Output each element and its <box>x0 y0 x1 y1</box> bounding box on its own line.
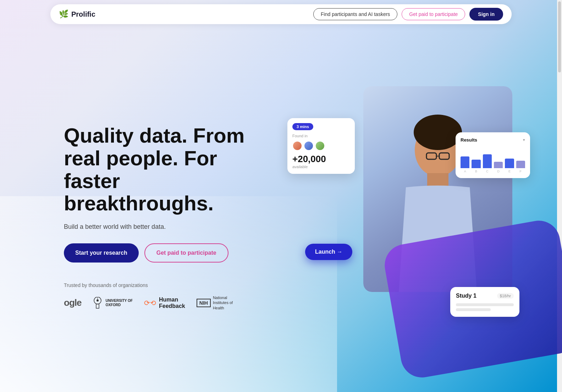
google-logo-text: ogle <box>64 297 81 308</box>
found-in-text: Found in <box>292 134 350 138</box>
hero-content: Quality data. From real people. For fast… <box>0 0 562 392</box>
study-line-2 <box>456 308 491 311</box>
trusted-section: Trusted by thousands of organizations og… <box>64 282 248 310</box>
get-paid-hero-button[interactable]: Get paid to participate <box>144 243 228 263</box>
svg-point-5 <box>414 115 462 150</box>
chart-labels: A B C D E F <box>461 170 525 173</box>
logo-icon: 🌿 <box>59 10 68 19</box>
study-card: Study 1 $18/hr <box>450 287 519 317</box>
launch-button[interactable]: Launch → <box>305 244 352 260</box>
chart-label-b: B <box>472 170 480 173</box>
hero-headline: Quality data. From real people. For fast… <box>64 124 248 215</box>
results-dropdown[interactable]: ▾ <box>523 138 525 142</box>
human-feedback-logo: ⟳⟲ Human Feedback <box>144 297 185 309</box>
trusted-text: Trusted by thousands of organizations <box>64 282 248 288</box>
results-card: Results ▾ A B C D E F <box>456 132 530 178</box>
study-line-1 <box>456 303 514 306</box>
human-feedback-icon: ⟳⟲ <box>144 299 156 307</box>
nav-actions: Find participants and AI taskers Get pai… <box>313 8 503 21</box>
start-research-button[interactable]: Start your research <box>64 243 139 263</box>
google-logo: ogle <box>64 297 81 308</box>
avatars-row <box>292 141 350 151</box>
svg-rect-6 <box>427 173 448 187</box>
svg-rect-1 <box>96 304 99 308</box>
chart-bar-e <box>505 159 514 168</box>
time-pill: 3 mins <box>292 123 313 130</box>
chart-label-c: C <box>483 170 492 173</box>
chart-label-a: A <box>461 170 469 173</box>
navbar: 🌿 Prolific Find participants and AI task… <box>50 4 512 24</box>
trusted-logos: ogle UNIVERSITY OF OXFORD <box>64 295 248 310</box>
human-feedback-prefix: Human <box>159 297 185 303</box>
chart-bar-d <box>494 162 503 168</box>
hero-subtext: Build a better world with better data. <box>64 223 248 231</box>
avatar-2 <box>304 141 314 151</box>
hero-right: 3 mins Found in +20,000 available Result… <box>277 97 541 338</box>
oxford-text: UNIVERSITY OF OXFORD <box>105 299 133 307</box>
oxford-crest-icon <box>93 297 103 309</box>
study-lines <box>456 303 514 311</box>
avatar-1 <box>292 141 302 151</box>
study-price: $18/hr <box>497 293 514 299</box>
hero-left: Quality data. From real people. For fast… <box>64 124 248 310</box>
chart-label-f: F <box>516 170 525 173</box>
results-title: Results <box>461 137 477 143</box>
launch-text: Launch → <box>315 249 342 255</box>
participants-card: 3 mins Found in +20,000 available <box>287 118 355 174</box>
get-paid-nav-button[interactable]: Get paid to participate <box>402 8 465 20</box>
nih-full-name: National Institutes of Health <box>213 295 241 310</box>
chart-bar-c <box>483 154 492 168</box>
participants-count: +20,000 <box>292 154 350 165</box>
participants-label: available <box>292 165 350 169</box>
oxford-logo: UNIVERSITY OF OXFORD <box>93 297 133 309</box>
oxford-name-text: OXFORD <box>105 303 133 307</box>
nih-logo: NIH National Institutes of Health <box>197 295 241 310</box>
avatar-3 <box>315 141 325 151</box>
hero-section: Quality data. From real people. For fast… <box>0 0 562 392</box>
hero-buttons: Start your research Get paid to particip… <box>64 243 248 263</box>
human-feedback-suffix: Feedback <box>159 303 185 309</box>
chart-bar-a <box>461 156 469 168</box>
find-participants-button[interactable]: Find participants and AI taskers <box>313 8 397 20</box>
chart-label-d: D <box>494 170 503 173</box>
human-feedback-text: Human Feedback <box>159 297 185 309</box>
chart-label-e: E <box>505 170 514 173</box>
sign-in-button[interactable]: Sign in <box>469 8 503 21</box>
oxford-university-text: UNIVERSITY OF <box>105 299 133 303</box>
nih-abbr: NIH <box>197 299 211 307</box>
chart-bar-f <box>516 161 525 168</box>
svg-point-3 <box>97 299 99 302</box>
logo-text: Prolific <box>71 10 95 18</box>
chart-bar-b <box>472 160 480 168</box>
logo[interactable]: 🌿 Prolific <box>59 10 95 19</box>
study-title: Study 1 <box>456 293 476 299</box>
chart-bars <box>461 147 525 168</box>
